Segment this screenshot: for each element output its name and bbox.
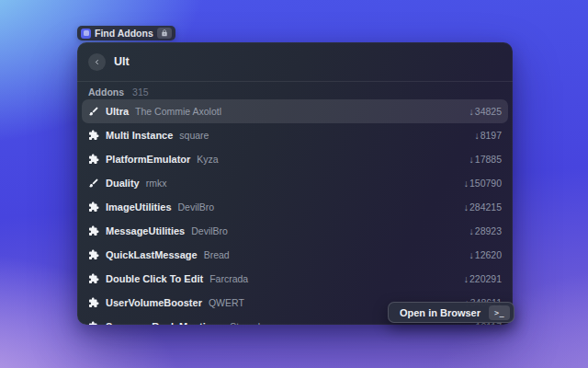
list-item[interactable]: ImageUtilities DevilBro ↓284215	[82, 195, 508, 219]
search-input[interactable]: Ult	[114, 55, 130, 68]
list-item[interactable]: Ultra The Commie Axolotl ↓34825	[82, 99, 508, 123]
addon-author: Bread	[204, 249, 230, 260]
addon-downloads: ↓28923	[469, 225, 502, 236]
addon-name: Ultra	[106, 106, 129, 117]
addon-downloads: ↓34825	[469, 106, 502, 117]
search-bar: Ult	[77, 42, 513, 81]
download-count: 150790	[469, 178, 502, 189]
puzzle-icon	[88, 297, 99, 308]
addon-name: MessageUtilities	[106, 225, 185, 236]
back-button[interactable]	[88, 53, 106, 71]
download-count: 12620	[475, 249, 502, 260]
addon-author: Farcrada	[209, 273, 248, 284]
puzzle-icon	[88, 321, 99, 325]
list-item[interactable]: Double Click To Edit Farcrada ↓220291	[82, 267, 508, 291]
lock-icon	[161, 29, 168, 37]
download-count: 34825	[475, 106, 502, 117]
addon-downloads: ↓150790	[464, 178, 502, 189]
section-count: 315	[132, 86, 149, 98]
addon-downloads: ↓220291	[464, 273, 502, 284]
addon-downloads: ↓17885	[469, 154, 502, 165]
addon-name: Duality	[106, 178, 140, 189]
list-item[interactable]: PlatformEmulator Kyza ↓17885	[82, 147, 508, 171]
download-count: 284215	[469, 201, 502, 213]
command-badge-label: Find Addons	[95, 28, 153, 39]
download-count: 220291	[469, 273, 502, 284]
list-item[interactable]: MessageUtilities DevilBro ↓28923	[82, 219, 508, 243]
launcher-window: Ult Addons 315 Ultra The Commie Axolotl …	[77, 42, 513, 325]
addon-name: Multi Instance	[106, 130, 173, 141]
badge-key-pill	[157, 28, 172, 39]
addon-author: square	[179, 130, 209, 141]
addon-list[interactable]: Ultra The Commie Axolotl ↓34825 Multi In…	[77, 98, 513, 325]
addon-downloads: ↓8197	[474, 130, 502, 141]
addon-author: The Commie Axolotl	[135, 106, 221, 117]
download-count: 8197	[481, 130, 502, 141]
puzzle-icon	[88, 249, 99, 260]
download-arrow-icon: ↓	[464, 273, 469, 284]
download-count: 17885	[475, 154, 502, 165]
addon-downloads: ↓284215	[464, 201, 502, 213]
section-header: Addons 315	[77, 82, 513, 98]
list-item[interactable]: QuickLastMessage Bread ↓12620	[82, 243, 508, 267]
list-item[interactable]: Multi Instance square ↓8197	[82, 123, 508, 147]
addon-store-icon	[81, 29, 91, 39]
download-arrow-icon: ↓	[469, 154, 474, 165]
addon-name: PlatformEmulator	[106, 154, 190, 165]
addon-name: Double Click To Edit	[106, 273, 203, 284]
addon-name: ImageUtilities	[106, 201, 172, 213]
download-arrow-icon: ↓	[464, 178, 469, 189]
terminal-prompt-icon: >_	[489, 305, 510, 320]
addon-author: Strencher	[230, 321, 272, 325]
puzzle-icon	[88, 273, 99, 284]
download-arrow-icon: ↓	[469, 225, 474, 236]
addon-name: UserVolumeBooster	[106, 297, 202, 308]
section-title: Addons	[88, 86, 124, 98]
download-arrow-icon: ↓	[474, 130, 479, 141]
puzzle-icon	[88, 130, 99, 141]
open-in-browser-label: Open in Browser	[400, 307, 481, 318]
addon-name: SuppressReplyMentions	[106, 321, 223, 325]
addon-author: DevilBro	[178, 201, 215, 213]
open-in-browser-button[interactable]: Open in Browser >_	[388, 302, 514, 323]
download-arrow-icon: ↓	[469, 106, 474, 117]
download-count: 28923	[475, 225, 502, 236]
addon-author: Kyza	[197, 154, 218, 165]
addon-downloads: ↓12620	[469, 249, 502, 260]
brush-icon	[88, 106, 99, 117]
brush-icon	[88, 178, 99, 189]
puzzle-icon	[88, 201, 99, 213]
download-arrow-icon: ↓	[469, 249, 474, 260]
addon-author: QWERT	[209, 297, 244, 308]
download-arrow-icon: ↓	[464, 201, 469, 213]
addon-author: DevilBro	[191, 225, 228, 236]
puzzle-icon	[88, 225, 99, 236]
chevron-left-icon	[93, 58, 101, 66]
list-item[interactable]: Duality rmkx ↓150790	[82, 171, 508, 195]
addon-author: rmkx	[146, 178, 167, 189]
command-badge[interactable]: Find Addons	[77, 26, 175, 40]
puzzle-icon	[88, 154, 99, 165]
addon-name: QuickLastMessage	[106, 249, 198, 260]
